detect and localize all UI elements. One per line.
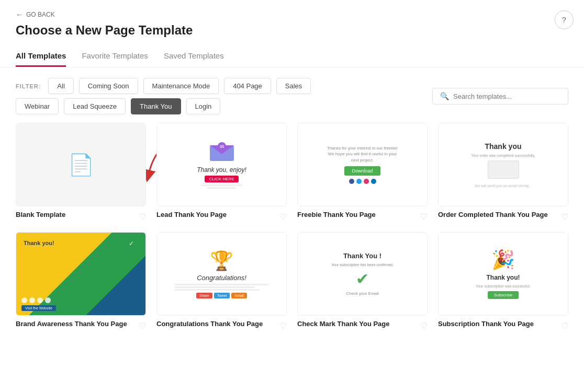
help-icon: ? bbox=[562, 16, 566, 24]
template-thumbnail-congrats[interactable]: 🏆 Congratulations! Share Tweet Email bbox=[156, 232, 287, 316]
heart-icon-freebie[interactable]: ♡ bbox=[420, 212, 428, 222]
template-card-checkmark: Thank You ! Your subscription has been c… bbox=[297, 232, 428, 331]
template-card-congrats: 🏆 Congratulations! Share Tweet Email Con… bbox=[156, 232, 287, 331]
social-icon-1 bbox=[21, 297, 27, 303]
template-label-order: Order Completed Thank You Page bbox=[438, 211, 548, 220]
social-icon-3 bbox=[37, 297, 43, 303]
social-icon-4 bbox=[45, 297, 51, 303]
template-label-brand: Brand Awareness Thank You Page bbox=[16, 320, 127, 329]
template-label-subscription: Subscription Thank You Page bbox=[438, 320, 534, 329]
filters-wrapper: FILTER: All Coming Soon Maintenance Mode… bbox=[16, 78, 427, 114]
filter-row-2: Webinar Lead Squeeze Thank You Login bbox=[16, 98, 427, 114]
heart-icon-subscription[interactable]: ♡ bbox=[561, 321, 568, 331]
filter-btn-login[interactable]: Login bbox=[186, 98, 221, 114]
tab-favorite-templates[interactable]: Favorite Templates bbox=[82, 46, 148, 67]
template-thumbnail-subscription[interactable]: 🎉 Thank you! Your subscription was succe… bbox=[438, 232, 568, 316]
visit-website-btn: Visit the Website bbox=[21, 305, 56, 311]
template-label-row: Congratulations Thank You Page ♡ bbox=[156, 316, 287, 331]
template-thumbnail-order[interactable]: Thank you Your order was completed succe… bbox=[438, 123, 568, 206]
filter-btn-coming-soon[interactable]: Coming Soon bbox=[79, 78, 138, 94]
tab-saved-templates[interactable]: Saved Templates bbox=[164, 46, 224, 67]
template-label-row: Subscription Thank You Page ♡ bbox=[438, 316, 568, 331]
heart-icon-lead[interactable]: ♡ bbox=[279, 212, 287, 222]
template-thumbnail-lead[interactable]: ✉ Thank you, enjoy! CLICK HERE bbox=[156, 123, 287, 206]
template-card-order: Thank you Your order was completed succe… bbox=[438, 123, 568, 222]
social-icon-2 bbox=[29, 297, 35, 303]
template-label-row: Blank Template ♡ bbox=[16, 206, 146, 222]
go-back-button[interactable]: ← GO BACK bbox=[16, 10, 568, 19]
filter-row-1: FILTER: All Coming Soon Maintenance Mode… bbox=[16, 78, 427, 94]
filters-area: FILTER: All Coming Soon Maintenance Mode… bbox=[0, 67, 584, 123]
template-thumbnail-checkmark[interactable]: Thank You ! Your subscription has been c… bbox=[297, 232, 428, 316]
template-thumbnail-blank[interactable]: 📄 bbox=[16, 123, 146, 206]
template-card-brand: Thank you! Visit the Website ✓ Brand Awa… bbox=[16, 232, 146, 331]
brand-bottom-area: Visit the Website bbox=[16, 248, 145, 315]
template-label-lead: Lead Thank You Page bbox=[156, 211, 227, 220]
filter-btn-all[interactable]: All bbox=[48, 78, 73, 94]
templates-grid: 📄 Blank Template ♡ ✉ Thank you, enjoy! bbox=[0, 123, 584, 341]
template-thumbnail-brand[interactable]: Thank you! Visit the Website ✓ bbox=[16, 232, 146, 316]
search-box: 🔍 bbox=[432, 88, 568, 105]
template-card-freebie: Thanks for your interest in our freebie!… bbox=[297, 123, 428, 222]
search-icon: 🔍 bbox=[440, 92, 449, 100]
filter-btn-lead-squeeze[interactable]: Lead Squeeze bbox=[64, 98, 126, 114]
filter-btn-webinar[interactable]: Webinar bbox=[16, 98, 59, 114]
checkmark-badge: ✓ bbox=[126, 238, 137, 249]
heart-icon-brand[interactable]: ♡ bbox=[139, 321, 146, 331]
search-input[interactable] bbox=[453, 93, 560, 100]
template-label-row: Check Mark Thank You Page ♡ bbox=[297, 316, 428, 331]
template-label-row: Brand Awareness Thank You Page ♡ bbox=[16, 316, 146, 331]
template-label-checkmark: Check Mark Thank You Page bbox=[297, 320, 390, 329]
heart-icon-order[interactable]: ♡ bbox=[561, 212, 568, 222]
page-title: Choose a New Page Template bbox=[16, 23, 568, 38]
heart-icon-blank[interactable]: ♡ bbox=[139, 212, 146, 222]
template-label-row: Order Completed Thank You Page ♡ bbox=[438, 206, 568, 222]
filter-btn-thank-you[interactable]: Thank You bbox=[131, 98, 181, 114]
heart-icon-congrats[interactable]: ♡ bbox=[279, 321, 287, 331]
brand-social-icons bbox=[21, 297, 51, 303]
brand-thank-you-text: Thank you! bbox=[24, 240, 54, 246]
tabs-bar: All Templates Favorite Templates Saved T… bbox=[16, 46, 568, 67]
filter-btn-404[interactable]: 404 Page bbox=[224, 78, 271, 94]
back-arrow-icon: ← bbox=[16, 10, 23, 19]
template-label-row: Lead Thank You Page ♡ bbox=[156, 206, 287, 222]
page-wrapper: ? ← GO BACK Choose a New Page Template A… bbox=[0, 0, 584, 392]
template-card-blank: 📄 Blank Template ♡ bbox=[16, 123, 146, 222]
go-back-label: GO BACK bbox=[26, 11, 55, 18]
template-label-row: Freebie Thank You Page ♡ bbox=[297, 206, 428, 222]
tab-all-templates[interactable]: All Templates bbox=[16, 46, 66, 67]
template-label-congrats: Congratulations Thank You Page bbox=[156, 320, 263, 329]
help-button[interactable]: ? bbox=[555, 10, 574, 29]
heart-icon-checkmark[interactable]: ♡ bbox=[420, 321, 428, 331]
template-card-lead: ✉ Thank you, enjoy! CLICK HERE Lead Than… bbox=[156, 123, 287, 222]
template-card-subscription: 🎉 Thank you! Your subscription was succe… bbox=[438, 232, 568, 331]
filter-btn-sales[interactable]: Sales bbox=[276, 78, 311, 94]
template-label-freebie: Freebie Thank You Page bbox=[297, 211, 376, 220]
filter-label: FILTER: bbox=[16, 83, 41, 89]
filter-btn-maintenance[interactable]: Maintenance Mode bbox=[143, 78, 219, 94]
template-thumbnail-freebie[interactable]: Thanks for your interest in our freebie!… bbox=[297, 123, 428, 206]
template-label-blank: Blank Template bbox=[16, 211, 65, 220]
header: ← GO BACK Choose a New Page Template All… bbox=[0, 0, 584, 67]
